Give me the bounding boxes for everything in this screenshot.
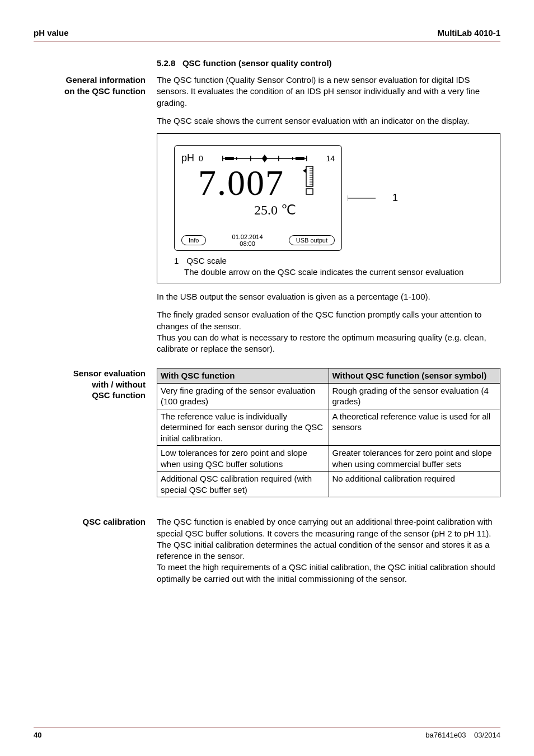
page-footer: 40 ba76141e03 03/2014 bbox=[34, 727, 500, 739]
label-general-info-l1: General information bbox=[65, 75, 146, 85]
th-with-qsc: With QSC function bbox=[157, 368, 329, 384]
label-general-info-l2: on the QSC function bbox=[64, 86, 146, 96]
header-rule bbox=[34, 41, 500, 41]
fig-caption-num: 1 bbox=[174, 255, 184, 267]
section-number: 5.2.8 bbox=[157, 58, 175, 68]
fig-caption-title: QSC scale bbox=[186, 256, 227, 265]
cell-with: Very fine grading of the sensor evaluati… bbox=[157, 383, 329, 409]
cell-without: A theoretical reference value is used fo… bbox=[329, 409, 500, 446]
cell-with: Low tolerances for zero point and slope … bbox=[157, 446, 329, 472]
lcd-datetime: 01.02.2014 08:00 bbox=[232, 234, 263, 247]
scale-max: 14 bbox=[326, 154, 335, 163]
header-left: pH value bbox=[34, 28, 69, 38]
label-sensor-eval-l3: QSC function bbox=[92, 390, 146, 400]
footer-rule bbox=[34, 727, 500, 727]
qsc-sensor-icon bbox=[302, 165, 315, 195]
after-fig-p2: The finely graded sensor evaluation of t… bbox=[157, 309, 500, 332]
footer-doc-id: ba76141e03 bbox=[425, 731, 466, 739]
svg-rect-7 bbox=[225, 157, 234, 160]
lcd-date: 01.02.2014 bbox=[232, 234, 263, 240]
label-sensor-eval-l1: Sensor evaluation bbox=[73, 368, 146, 378]
softkey-info: Info bbox=[181, 235, 206, 245]
footer-date: 03/2014 bbox=[474, 731, 500, 739]
section-heading: 5.2.8 QSC function (sensor quality contr… bbox=[157, 58, 500, 68]
lcd-time: 08:00 bbox=[240, 240, 255, 247]
cell-with: The reference value is individually dete… bbox=[157, 409, 329, 446]
callout-number: 1 bbox=[392, 192, 398, 204]
fig-caption-desc: The double arrow on the QSC scale indica… bbox=[184, 267, 489, 278]
svg-marker-9 bbox=[262, 155, 268, 158]
cell-without: No additional calibration required bbox=[329, 472, 500, 497]
page-number: 40 bbox=[34, 731, 41, 739]
svg-rect-8 bbox=[296, 157, 305, 160]
svg-rect-11 bbox=[306, 166, 313, 186]
temperature-reading: 25.0 ℃ bbox=[254, 202, 296, 218]
after-fig-p1: In the USB output the sensor evaluation … bbox=[157, 291, 500, 302]
cell-without: Rough grading of the sensor evaluation (… bbox=[329, 383, 500, 409]
label-general-info: General information on the QSC function bbox=[34, 74, 157, 96]
label-sensor-evaluation: Sensor evaluation with / without QSC fun… bbox=[34, 368, 157, 401]
label-qsc-calibration: QSC calibration bbox=[34, 516, 157, 528]
softkey-usb-output: USB output bbox=[289, 235, 335, 245]
table-row: Additional QSC calibration required (wit… bbox=[157, 472, 500, 497]
svg-rect-21 bbox=[306, 189, 313, 194]
scale-min: 0 bbox=[199, 154, 203, 163]
ph-reading: 7.007 bbox=[198, 165, 296, 201]
svg-marker-20 bbox=[303, 169, 306, 173]
ph-scale-icon bbox=[208, 154, 322, 163]
general-info-p2: The QSC scale shows the current sensor e… bbox=[157, 115, 500, 127]
general-info-p1: The QSC function (Quality Sensor Control… bbox=[157, 74, 500, 109]
ph-label: pH bbox=[181, 152, 194, 164]
callout-line-icon bbox=[348, 170, 387, 226]
qsc-calibration-p1: The QSC function is enabled by once carr… bbox=[157, 516, 500, 562]
table-row: Low tolerances for zero point and slope … bbox=[157, 446, 500, 472]
qsc-calibration-p2: To meet the high requirements of a QSC i… bbox=[157, 562, 500, 585]
th-without-qsc: Without QSC function (sensor symbol) bbox=[329, 368, 500, 384]
table-row: The reference value is individually dete… bbox=[157, 409, 500, 446]
section-title: QSC function (sensor quality control) bbox=[182, 58, 332, 68]
table-row: Very fine grading of the sensor evaluati… bbox=[157, 383, 500, 409]
qsc-comparison-table: With QSC function Without QSC function (… bbox=[157, 368, 500, 497]
label-sensor-eval-l2: with / without bbox=[92, 380, 146, 389]
svg-marker-10 bbox=[262, 158, 268, 162]
header-right: MultiLab 4010-1 bbox=[437, 28, 500, 38]
cell-without: Greater tolerances for zero point and sl… bbox=[329, 446, 500, 472]
after-fig-p3: Thus you can do what is necessary to res… bbox=[157, 332, 500, 355]
cell-with: Additional QSC calibration required (wit… bbox=[157, 472, 329, 497]
figure-box: pH 0 14 bbox=[157, 133, 500, 283]
lcd-screen: pH 0 14 bbox=[174, 145, 342, 251]
